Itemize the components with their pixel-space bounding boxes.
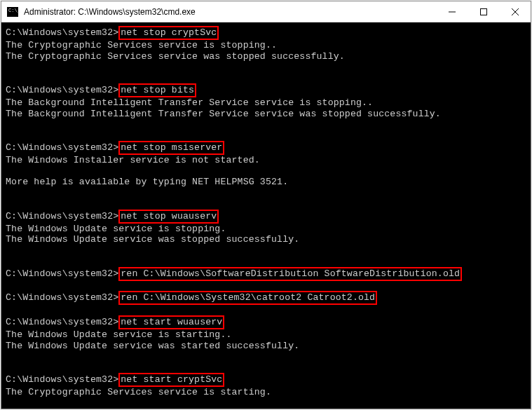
highlighted-command: net stop cryptSvc (118, 26, 219, 40)
blank-line (6, 166, 531, 177)
title-bar[interactable]: Administrator: C:\Windows\system32\cmd.e… (1, 1, 531, 22)
blank-line (6, 119, 531, 130)
highlighted-command: net stop bits (118, 83, 196, 97)
prompt: C:\Windows\system32> (6, 292, 118, 303)
terminal-command-line: C:\Windows\system32>net stop cryptSvc (6, 27, 531, 40)
blank-line (6, 130, 531, 142)
terminal-command-line: C:\Windows\system32>net start cryptSvc (6, 374, 531, 387)
prompt: C:\Windows\system32> (6, 211, 118, 221)
prompt: C:\Windows\system32> (6, 268, 118, 279)
terminal-output-line: The Cryptographic Services service is st… (6, 40, 531, 51)
blank-line (6, 245, 531, 257)
window-title: Administrator: C:\Windows\system32\cmd.e… (24, 7, 436, 17)
terminal-output-line: The Windows Update service is stopping. (6, 224, 531, 235)
prompt: C:\Windows\system32> (6, 27, 118, 38)
prompt: C:\Windows\system32> (6, 142, 118, 153)
highlighted-command: ren C:\Windows\SoftwareDistribution Soft… (118, 267, 462, 281)
terminal-output-line: The Windows Update service was started s… (6, 341, 531, 352)
terminal-command-line: C:\Windows\system32>net start wuauserv (6, 316, 531, 329)
blank-line (6, 305, 531, 316)
blank-line (6, 362, 531, 374)
window-controls (436, 1, 531, 22)
blank-line (6, 351, 531, 362)
prompt: C:\Windows\system32> (6, 85, 118, 95)
prompt: C:\Windows\system32> (6, 317, 118, 327)
svg-rect-1 (480, 8, 486, 15)
terminal-output-line: The Background Intelligent Transfer Serv… (6, 97, 531, 109)
terminal-output-line: The Windows Update service is starting.. (6, 329, 531, 341)
highlighted-command: net stop wuauserv (118, 210, 219, 224)
highlighted-command: net start cryptSvc (118, 373, 224, 387)
maximize-button[interactable] (468, 1, 499, 22)
blank-line (6, 62, 531, 73)
cmd-window: Administrator: C:\Windows\system32\cmd.e… (1, 1, 531, 409)
terminal-command-line: C:\Windows\system32>net stop bits (6, 84, 531, 97)
blank-line (6, 281, 531, 292)
terminal-output-line: The Windows Installer service is not sta… (6, 155, 531, 166)
terminal-output-line: The Windows Update service was stopped s… (6, 234, 531, 245)
prompt: C:\Windows\system32> (6, 374, 118, 385)
blank-line (6, 73, 531, 84)
terminal-output-line: The Cryptographic Services service is st… (6, 387, 531, 398)
highlighted-command: ren C:\Windows\System32\catroot2 Catroot… (118, 291, 377, 305)
terminal-command-line: C:\Windows\system32>ren C:\Windows\Syste… (6, 292, 531, 305)
terminal-output-line: The Cryptographic Services service was s… (6, 51, 531, 62)
minimize-button[interactable] (436, 1, 468, 22)
highlighted-command: net start wuauserv (118, 315, 224, 329)
terminal-output-line: More help is available by typing NET HEL… (6, 177, 531, 188)
blank-line (6, 199, 531, 210)
terminal-output-line: The Background Intelligent Transfer Serv… (6, 109, 531, 120)
terminal-area[interactable]: C:\Windows\system32>net stop cryptSvcThe… (1, 22, 531, 409)
blank-line (6, 188, 531, 199)
terminal-command-line: C:\Windows\system32>net stop wuauserv (6, 210, 531, 224)
close-button[interactable] (499, 1, 531, 22)
highlighted-command: net stop msiserver (118, 141, 224, 155)
blank-line (6, 257, 531, 268)
terminal-command-line: C:\Windows\system32>net stop msiserver (6, 142, 531, 155)
terminal-command-line: C:\Windows\system32>ren C:\Windows\Softw… (6, 268, 531, 281)
cmd-icon (7, 7, 18, 17)
